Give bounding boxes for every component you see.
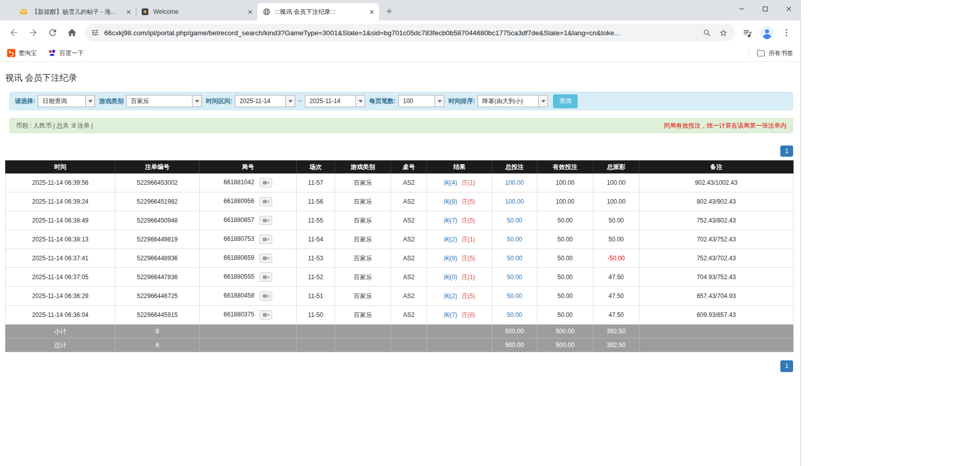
tab-close-icon[interactable]: ✕ xyxy=(125,8,133,16)
maximize-button[interactable] xyxy=(753,0,777,17)
window-controls xyxy=(730,0,800,17)
tab-forum-post[interactable]: 【新提醒】杨雪儿的帖子 - 海... ✕ xyxy=(14,3,136,20)
browser-toolbar: 66cxkj98.com/ipl/portal.php/game/betreco… xyxy=(0,20,800,45)
cell-total-bet[interactable]: 50.00 xyxy=(492,249,537,268)
all-bookmarks-button[interactable]: 所有书签 xyxy=(749,48,793,58)
summary-total-bet: 500.00 xyxy=(492,338,537,352)
video-replay-button[interactable] xyxy=(259,216,272,225)
summary-valid-bet: 500.00 xyxy=(537,325,593,338)
query-type-dropdown[interactable]: 日期查询 xyxy=(38,95,95,107)
site-settings-icon[interactable] xyxy=(91,29,99,37)
cell-game-type: 百家乐 xyxy=(335,230,391,249)
tab-bet-records[interactable]: :::视讯 会员下注纪录::: ✕ xyxy=(257,3,379,20)
sort-dropdown[interactable]: 降幂(由大到小) xyxy=(477,95,548,107)
cell-payout: 47.50 xyxy=(593,306,639,325)
cell-total-bet[interactable]: 50.00 xyxy=(492,211,537,230)
cell-total-bet[interactable]: 50.00 xyxy=(492,306,537,325)
video-camera-icon xyxy=(262,275,270,280)
bookmarks-bar: 爱淘宝 百度一下 所有书签 xyxy=(0,45,800,62)
video-replay-button[interactable] xyxy=(259,273,272,282)
table-body: 2025-11-14 06:39:56 522966453002 6618810… xyxy=(6,174,794,352)
date-to-dropdown[interactable]: 2025-11-14 xyxy=(305,95,365,107)
cell-time: 2025-11-14 06:39:24 xyxy=(6,192,115,211)
cell-total-bet[interactable]: 100.00 xyxy=(492,192,537,211)
address-bar[interactable]: 66cxkj98.com/ipl/portal.php/game/betreco… xyxy=(85,24,735,41)
tab-close-icon[interactable]: ✕ xyxy=(246,8,254,16)
summary-total-bet: 500.00 xyxy=(492,325,537,338)
cell-payout: 100.00 xyxy=(593,192,639,211)
forward-button[interactable] xyxy=(25,24,42,41)
round-number: 661880753 xyxy=(224,236,254,243)
back-button[interactable] xyxy=(5,24,22,41)
summary-empty-cell xyxy=(297,338,335,352)
chevron-down-icon xyxy=(285,95,295,107)
cell-game-type: 百家乐 xyxy=(335,268,391,287)
date-from-value: 2025-11-14 xyxy=(235,95,285,107)
currency-summary: 币别 : 人民币 | 总共 :8 注单 | xyxy=(16,121,93,130)
video-replay-button[interactable] xyxy=(259,178,272,187)
summary-payout: 392.50 xyxy=(593,338,639,352)
video-replay-button[interactable] xyxy=(259,310,272,320)
new-tab-button[interactable] xyxy=(382,4,396,18)
per-page-value: 100 xyxy=(399,95,435,107)
bookmark-baidu[interactable]: 百度一下 xyxy=(48,49,84,58)
cell-valid-bet: 50.00 xyxy=(537,230,593,249)
round-number: 661880555 xyxy=(224,274,254,281)
column-header: 桌号 xyxy=(391,161,427,174)
video-replay-button[interactable] xyxy=(259,235,272,244)
summary-row: 总计 8 500.00 500.00 392.50 xyxy=(6,338,794,352)
cell-valid-bet: 50.00 xyxy=(537,211,593,230)
bookmark-star-icon[interactable] xyxy=(718,27,729,38)
zoom-icon[interactable] xyxy=(701,27,712,38)
game-type-label: 游戏类别 xyxy=(99,97,124,106)
cell-result: 闲(7) 庄(8) xyxy=(427,306,492,325)
result-banker: 庄(5) xyxy=(462,217,475,224)
page-number-button[interactable]: 1 xyxy=(780,145,793,157)
per-page-dropdown[interactable]: 100 xyxy=(398,95,444,107)
chevron-down-icon xyxy=(435,95,444,107)
cell-session: 11-54 xyxy=(297,230,335,249)
column-header: 注单编号 xyxy=(115,161,200,174)
menu-button[interactable] xyxy=(778,24,795,41)
cell-bet-id: 522966448936 xyxy=(115,249,200,268)
cell-game-type: 百家乐 xyxy=(335,211,391,230)
cell-total-bet[interactable]: 100.00 xyxy=(492,174,537,192)
cell-note: 702.43/752.43 xyxy=(639,230,794,249)
cell-result: 闲(2) 庄(1) xyxy=(427,230,492,249)
video-replay-button[interactable] xyxy=(259,254,272,263)
close-button[interactable] xyxy=(777,0,800,17)
home-button[interactable] xyxy=(63,24,81,41)
chevron-down-icon xyxy=(538,95,547,107)
page-number-button[interactable]: 1 xyxy=(780,360,793,372)
tab-close-icon[interactable]: ✕ xyxy=(368,8,376,16)
media-controls-button[interactable] xyxy=(739,24,756,41)
video-replay-button[interactable] xyxy=(259,197,272,206)
maximize-icon xyxy=(762,6,768,12)
summary-count: 8 xyxy=(115,325,200,338)
profile-button[interactable] xyxy=(758,24,776,41)
date-from-dropdown[interactable]: 2025-11-14 xyxy=(235,95,295,107)
cell-total-bet[interactable]: 50.00 xyxy=(492,268,537,287)
game-type-dropdown[interactable]: 百家乐 xyxy=(126,95,202,107)
bookmark-taobao[interactable]: 爱淘宝 xyxy=(7,49,37,58)
media-controls-icon xyxy=(743,28,753,38)
cell-total-bet[interactable]: 50.00 xyxy=(492,230,537,249)
cell-total-bet[interactable]: 50.00 xyxy=(492,287,537,306)
cell-game-type: 百家乐 xyxy=(335,192,391,211)
cell-table-no: AS2 xyxy=(391,268,427,287)
cell-payout: 47.50 xyxy=(593,287,639,306)
game-type-value: 百家乐 xyxy=(127,95,192,107)
refresh-button[interactable] xyxy=(44,24,61,41)
round-number: 661880659 xyxy=(224,255,254,262)
cell-round: 661880753 xyxy=(200,230,297,249)
cell-valid-bet: 50.00 xyxy=(537,249,593,268)
chevron-down-icon xyxy=(85,95,94,107)
video-replay-button[interactable] xyxy=(259,291,272,301)
search-button[interactable]: 查询 xyxy=(553,94,578,108)
cell-bet-id: 522966447836 xyxy=(115,268,200,287)
minimize-button[interactable] xyxy=(730,0,753,17)
cell-valid-bet: 50.00 xyxy=(537,287,593,306)
tab-welcome[interactable]: Welcome ✕ xyxy=(136,3,257,20)
pagination-top: 1 xyxy=(5,145,793,157)
tabs: 【新提醒】杨雪儿的帖子 - 海... ✕ Welcome ✕ :::视讯 会员下… xyxy=(14,0,396,20)
